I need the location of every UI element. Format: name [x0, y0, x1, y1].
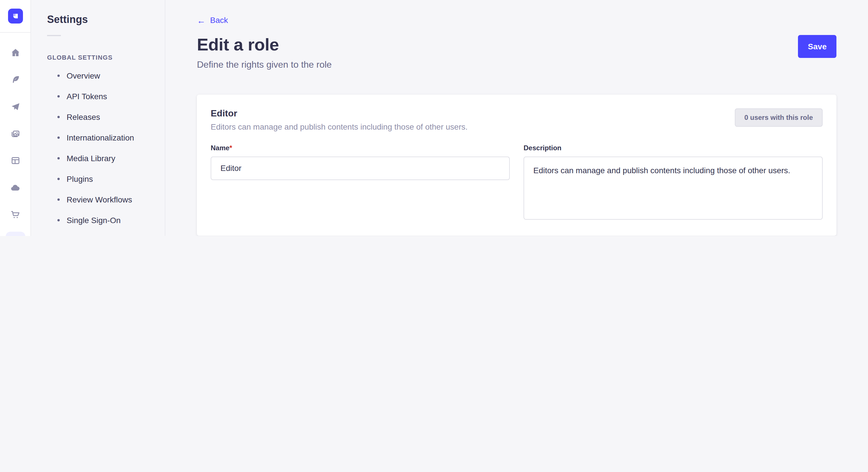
nav-section-label: GLOBAL SETTINGS	[31, 54, 165, 61]
role-name-input[interactable]	[211, 156, 510, 180]
sidebar-item-label: Overview	[67, 71, 100, 80]
sidebar-item-internationalization[interactable]: Internationalization	[31, 127, 165, 148]
sidebar-item-label: Single Sign-On	[67, 216, 121, 225]
sidebar-item-single-sign-on[interactable]: Single Sign-On	[31, 210, 165, 231]
role-name-heading: Editor	[211, 108, 468, 119]
subnav-title: Settings	[31, 14, 165, 26]
strapi-logo-icon	[11, 12, 19, 20]
home-icon[interactable]	[5, 43, 25, 63]
paper-plane-icon[interactable]	[5, 97, 25, 116]
back-link[interactable]: ← Back	[197, 15, 228, 25]
bullet-dot-icon	[57, 74, 60, 77]
bullet-dot-icon	[57, 219, 60, 222]
back-label: Back	[210, 15, 228, 25]
settings-subnav: Settings GLOBAL SETTINGSOverviewAPI Toke…	[31, 0, 165, 236]
sidebar-item-api-tokens[interactable]: API Tokens	[31, 86, 165, 107]
sidebar-item-review-workflows[interactable]: Review Workflows	[31, 189, 165, 210]
sidebar-item-label: Media Library	[67, 154, 115, 163]
bullet-dot-icon	[57, 136, 60, 139]
app-window: KD Settings GLOBAL SETTINGSOverviewAPI T…	[0, 0, 868, 236]
role-details-card: Editor Editors can manage and publish co…	[197, 94, 836, 235]
sidebar-item-label: API Tokens	[67, 92, 107, 101]
media-pictures-icon[interactable]	[5, 124, 25, 143]
sidebar-item-label: Review Workflows	[67, 195, 132, 204]
bullet-dot-icon	[57, 95, 60, 98]
bullet-dot-icon	[57, 198, 60, 201]
sidebar-item-plugins[interactable]: Plugins	[31, 169, 165, 189]
cloud-icon[interactable]	[5, 178, 25, 197]
sidebar-item-media-library[interactable]: Media Library	[31, 148, 165, 169]
users-with-role-badge: 0 users with this role	[735, 108, 823, 127]
icon-rail: KD	[0, 0, 31, 236]
main-content: ← Back Edit a role Define the rights giv…	[165, 0, 868, 236]
back-arrow-icon: ←	[197, 16, 206, 24]
description-field-label: Description	[524, 144, 823, 152]
sidebar-item-label: Plugins	[67, 174, 93, 183]
bullet-dot-icon	[57, 157, 60, 160]
marketplace-cart-icon[interactable]	[5, 205, 25, 224]
role-description-text: Editors can manage and publish contents …	[211, 122, 468, 131]
sidebar-item-releases[interactable]: Releases	[31, 107, 165, 127]
sidebar-item-label: Releases	[67, 112, 100, 122]
page-title: Edit a role	[197, 35, 332, 54]
save-button[interactable]: Save	[798, 35, 836, 58]
layout-panel-icon[interactable]	[5, 151, 25, 170]
required-asterisk: *	[229, 144, 232, 152]
sidebar-item-overview[interactable]: Overview	[31, 65, 165, 86]
name-field-label: Name*	[211, 144, 510, 152]
sidebar-item-transfer-tokens[interactable]: Transfer Tokens	[31, 231, 165, 236]
strapi-logo[interactable]	[8, 9, 23, 24]
sidebar-item-label: Internationalization	[67, 133, 134, 142]
bullet-dot-icon	[57, 178, 60, 180]
bullet-dot-icon	[57, 116, 60, 118]
page-subtitle: Define the rights given to the role	[197, 59, 332, 70]
role-description-textarea[interactable]: Editors can manage and publish contents …	[524, 156, 823, 220]
feather-pen-icon[interactable]	[5, 70, 25, 90]
rail-divider	[0, 32, 30, 33]
settings-gear-icon[interactable]	[5, 232, 25, 236]
subnav-divider	[47, 35, 61, 36]
